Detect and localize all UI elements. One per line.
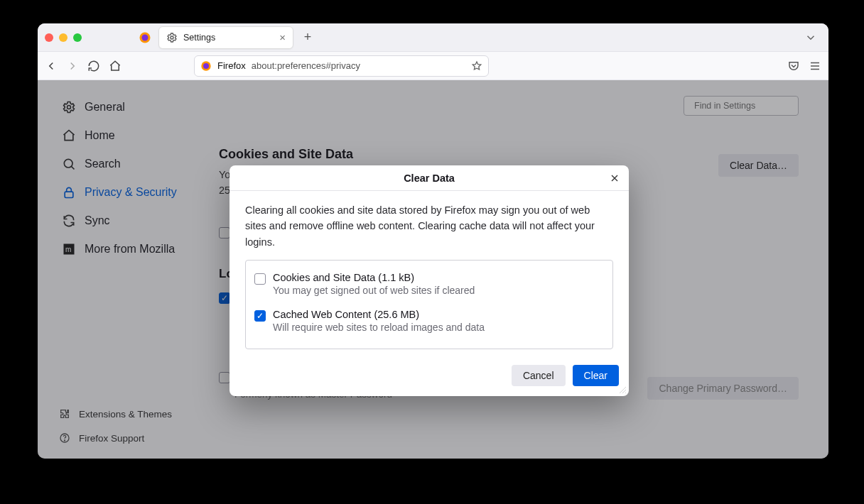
dialog-options: Cookies and Site Data (1.1 kB) You may g… bbox=[245, 260, 613, 349]
option-cookies: Cookies and Site Data (1.1 kB) You may g… bbox=[254, 269, 604, 303]
back-icon[interactable] bbox=[45, 60, 58, 72]
svg-point-4 bbox=[203, 63, 209, 69]
close-window-button[interactable] bbox=[45, 33, 53, 42]
cookies-checkbox[interactable] bbox=[254, 273, 266, 285]
close-icon bbox=[609, 172, 620, 184]
cache-option-label: Cached Web Content (25.6 MB) bbox=[273, 309, 485, 320]
close-dialog-button[interactable] bbox=[608, 171, 622, 185]
svg-point-1 bbox=[142, 34, 148, 40]
dialog-header: Clear Data bbox=[230, 165, 629, 191]
dialog-footer: Cancel Clear bbox=[230, 358, 629, 396]
svg-point-2 bbox=[171, 36, 173, 39]
tab-title: Settings bbox=[183, 33, 274, 43]
firefox-logo-icon bbox=[200, 60, 212, 72]
tab-settings[interactable]: Settings × bbox=[158, 26, 293, 49]
cookies-option-sub: You may get signed out of web sites if c… bbox=[273, 285, 475, 296]
bookmark-star-icon[interactable] bbox=[471, 60, 482, 72]
new-tab-button[interactable]: + bbox=[299, 29, 316, 46]
pocket-icon[interactable] bbox=[787, 60, 800, 72]
menu-icon[interactable] bbox=[809, 60, 821, 72]
clear-data-dialog: Clear Data Clearing all cookies and site… bbox=[230, 165, 629, 396]
url-identity-label: Firefox bbox=[217, 60, 246, 71]
minimize-window-button[interactable] bbox=[59, 33, 68, 42]
dialog-title: Clear Data bbox=[404, 172, 455, 184]
tabs-dropdown-icon[interactable] bbox=[804, 31, 817, 44]
titlebar: Settings × + bbox=[38, 23, 828, 52]
reload-icon[interactable] bbox=[87, 60, 100, 72]
cookies-option-label: Cookies and Site Data (1.1 kB) bbox=[273, 272, 475, 283]
zoom-window-button[interactable] bbox=[73, 33, 82, 42]
url-address: about:preferences#privacy bbox=[252, 60, 360, 71]
resize-handle-icon[interactable] bbox=[617, 385, 626, 393]
home-icon[interactable] bbox=[109, 60, 122, 72]
url-bar[interactable]: Firefox about:preferences#privacy bbox=[194, 55, 489, 77]
browser-window: Settings × + Firefox about:preferences#p… bbox=[38, 23, 828, 459]
dialog-description: Clearing all cookies and site data store… bbox=[245, 202, 613, 250]
close-tab-icon[interactable]: × bbox=[279, 31, 286, 43]
cache-option-sub: Will require web sites to reload images … bbox=[273, 322, 485, 333]
traffic-lights bbox=[45, 33, 82, 42]
forward-icon[interactable] bbox=[66, 60, 79, 72]
cancel-button[interactable]: Cancel bbox=[512, 365, 566, 386]
option-cache: Cached Web Content (25.6 MB) Will requir… bbox=[254, 303, 604, 340]
dialog-body: Clearing all cookies and site data store… bbox=[230, 191, 629, 358]
firefox-logo-icon bbox=[139, 31, 151, 44]
gear-icon bbox=[166, 32, 178, 43]
clear-button[interactable]: Clear bbox=[573, 365, 619, 386]
cache-checkbox[interactable] bbox=[254, 310, 266, 322]
nav-toolbar: Firefox about:preferences#privacy bbox=[38, 52, 828, 80]
